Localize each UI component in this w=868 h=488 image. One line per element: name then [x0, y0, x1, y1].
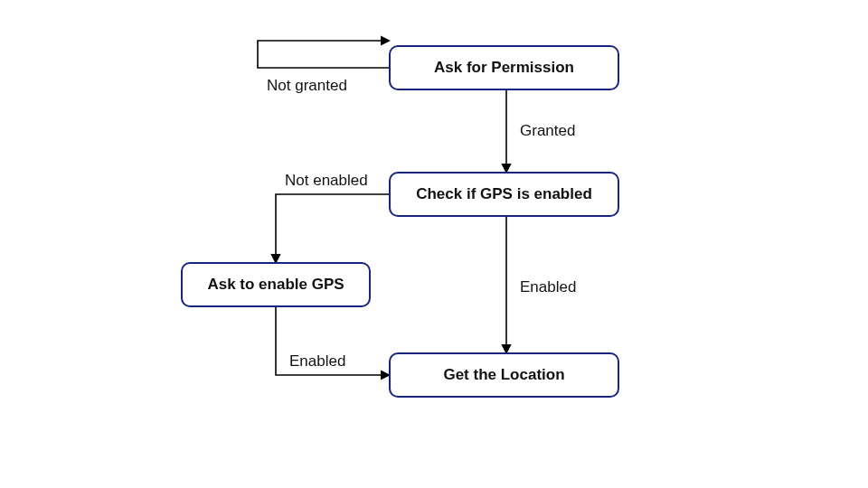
edge-label-not-granted: Not granted: [267, 77, 347, 95]
edge-label-enabled-left: Enabled: [289, 352, 345, 371]
node-ask-enable-gps: Ask to enable GPS: [181, 262, 371, 307]
edge-label-not-enabled: Not enabled: [285, 172, 368, 190]
node-label: Ask for Permission: [434, 59, 574, 77]
node-get-location: Get the Location: [389, 352, 619, 398]
edge-perm-not-granted: [258, 41, 389, 68]
flowchart-canvas: Ask for Permission Check if GPS is enabl…: [0, 0, 868, 488]
edge-label-granted: Granted: [520, 122, 575, 140]
node-label: Ask to enable GPS: [207, 276, 344, 294]
node-ask-permission: Ask for Permission: [389, 45, 619, 90]
edge-gps-not-enabled: [276, 194, 389, 262]
node-check-gps: Check if GPS is enabled: [389, 172, 619, 217]
edge-label-enabled-right: Enabled: [520, 278, 576, 296]
node-label: Get the Location: [443, 366, 564, 384]
node-label: Check if GPS is enabled: [416, 185, 592, 203]
